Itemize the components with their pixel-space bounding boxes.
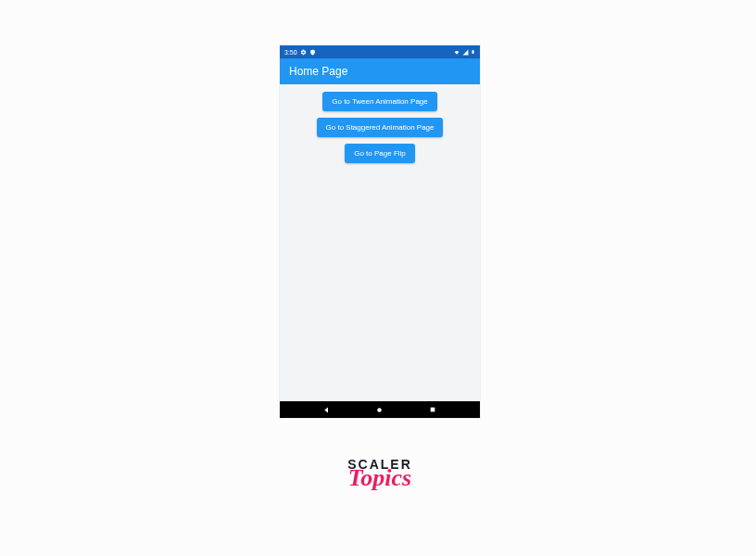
button-label: Go to Page Flip xyxy=(354,149,406,158)
nav-back-button[interactable] xyxy=(316,401,338,418)
status-left: 3:50 xyxy=(284,49,316,56)
gear-icon xyxy=(300,49,307,56)
page-flip-button[interactable]: Go to Page Flip xyxy=(345,144,415,163)
button-label: Go to Tween Animation Page xyxy=(332,97,427,106)
content-area: Go to Tween Animation Page Go to Stagger… xyxy=(280,84,480,163)
status-right xyxy=(453,48,475,56)
android-nav-bar xyxy=(280,401,480,418)
app-bar-title: Home Page xyxy=(289,65,347,78)
brand-line2: Topics xyxy=(337,468,422,488)
phone-frame: 3:50 Home Page Go to Tween Animation Pag… xyxy=(280,45,480,418)
svg-point-0 xyxy=(378,408,383,412)
signal-icon xyxy=(462,49,469,56)
staggered-animation-button[interactable]: Go to Staggered Animation Page xyxy=(317,118,444,137)
shield-icon xyxy=(309,49,316,56)
app-bar: Home Page xyxy=(280,58,480,84)
status-bar: 3:50 xyxy=(280,45,480,58)
brand-logo: SCALER Topics xyxy=(337,458,422,488)
status-time: 3:50 xyxy=(284,49,297,56)
nav-recent-button[interactable] xyxy=(422,401,444,418)
nav-home-button[interactable] xyxy=(369,401,391,418)
button-label: Go to Staggered Animation Page xyxy=(326,123,435,132)
wifi-icon xyxy=(453,49,460,56)
svg-rect-1 xyxy=(431,408,435,412)
battery-icon xyxy=(471,48,475,56)
tween-animation-button[interactable]: Go to Tween Animation Page xyxy=(322,92,436,111)
